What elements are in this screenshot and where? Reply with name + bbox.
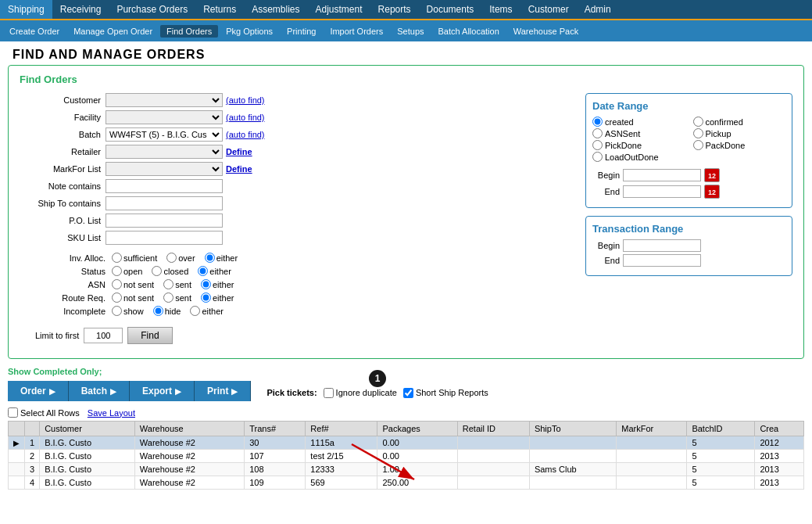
row-packages: 250.00 [377, 476, 457, 490]
end-date-input[interactable] [623, 185, 701, 198]
save-layout-link[interactable]: Save Layout [88, 408, 135, 418]
inv-sufficient[interactable]: sufficient [112, 253, 157, 263]
order-button[interactable]: Order ▶ [8, 381, 69, 401]
batch-button[interactable]: Batch ▶ [69, 381, 130, 401]
nav-shipping[interactable]: Shipping [0, 0, 52, 19]
customer-autofind[interactable]: (auto find) [226, 95, 265, 105]
incomplete-show[interactable]: show [112, 306, 144, 316]
ignore-duplicate-checkbox[interactable] [324, 388, 334, 398]
row-ref: test 2/15 [306, 450, 377, 463]
table-row[interactable]: 4 B.I.G. Custo Warehouse #2 109 569 250.… [9, 476, 804, 490]
end-calendar-icon[interactable]: 12 [704, 185, 720, 199]
action-bar: Order ▶ Batch ▶ Export ▶ Print ▶ [8, 381, 251, 401]
route-either[interactable]: either [201, 293, 234, 303]
col-trans[interactable]: Trans# [245, 422, 306, 436]
route-not-sent[interactable]: not sent [112, 293, 154, 303]
right-panels: Date Range created confirmed ASNSent Pic… [585, 93, 792, 347]
inv-over[interactable]: over [166, 253, 195, 263]
row-customer: B.I.G. Custo [40, 476, 135, 490]
col-retail-id[interactable]: Retail ID [457, 422, 529, 436]
shipto-input[interactable] [106, 196, 223, 210]
customer-select[interactable] [106, 93, 223, 107]
incomplete-hide[interactable]: hide [153, 306, 181, 316]
subnav-pkg-options[interactable]: Pkg Options [220, 25, 279, 38]
col-created[interactable]: Crea [755, 422, 804, 436]
find-button[interactable]: Find [127, 327, 172, 344]
col-markfor[interactable]: MarkFor [617, 422, 687, 436]
table-row[interactable]: ▶ 1 B.I.G. Custo Warehouse #2 30 1115a 0… [9, 436, 804, 450]
date-packdone[interactable]: PackDone [693, 140, 786, 150]
inv-either[interactable]: either [205, 253, 238, 263]
retailer-define[interactable]: Define [226, 147, 252, 156]
col-warehouse[interactable]: Warehouse [134, 422, 244, 436]
nav-admin[interactable]: Admin [577, 0, 619, 19]
row-ref: 569 [306, 476, 377, 490]
short-ship-checkbox[interactable] [403, 388, 413, 398]
note-input[interactable] [106, 179, 223, 193]
date-asnsent[interactable]: ASNSent [592, 128, 685, 138]
markfor-define[interactable]: Define [226, 164, 252, 174]
col-batchid[interactable]: BatchID [687, 422, 755, 436]
subnav-warehouse-pack[interactable]: Warehouse Pack [507, 25, 585, 38]
row-batchid: 5 [687, 436, 755, 450]
select-all-label[interactable]: Select All Rows [8, 407, 80, 418]
ignore-duplicate-option[interactable]: Ignore duplicate [324, 388, 397, 398]
export-button[interactable]: Export ▶ [130, 381, 195, 401]
route-sent[interactable]: sent [163, 293, 191, 303]
begin-calendar-icon[interactable]: 12 [704, 168, 720, 182]
asn-sent[interactable]: sent [163, 279, 191, 289]
retailer-select[interactable] [106, 145, 223, 159]
subnav-setups[interactable]: Setups [391, 25, 430, 38]
short-ship-option[interactable]: Short Ship Reports [403, 388, 488, 398]
col-shipto[interactable]: ShipTo [529, 422, 616, 436]
nav-receiving[interactable]: Receiving [52, 0, 109, 19]
nav-customer[interactable]: Customer [520, 0, 577, 19]
nav-items[interactable]: Items [481, 0, 520, 19]
markfor-select[interactable] [106, 162, 223, 176]
col-customer[interactable]: Customer [40, 422, 135, 436]
col-ref[interactable]: Ref# [306, 422, 377, 436]
subnav-printing[interactable]: Printing [281, 25, 322, 38]
date-pickup[interactable]: Pickup [693, 128, 786, 138]
subnav-find-orders[interactable]: Find Orders [160, 25, 218, 38]
facility-autofind[interactable]: (auto find) [226, 113, 265, 122]
limit-input[interactable]: 100 [84, 328, 123, 343]
date-pickdone[interactable]: PickDone [592, 140, 685, 150]
batch-select[interactable]: WW4FST (5) - B.I.G. Cus [106, 127, 223, 142]
col-packages[interactable]: Packages [377, 422, 457, 436]
facility-select[interactable] [106, 110, 223, 124]
main-menu: Shipping Receiving Purchase Orders Retur… [0, 0, 812, 20]
nav-assemblies[interactable]: Assemblies [244, 0, 307, 19]
select-all-checkbox[interactable] [8, 407, 18, 418]
status-either[interactable]: either [198, 266, 231, 276]
trans-begin-input[interactable] [623, 239, 701, 252]
date-created[interactable]: created [592, 117, 685, 127]
po-input[interactable] [106, 214, 223, 228]
subnav-import-orders[interactable]: Import Orders [324, 25, 389, 38]
status-closed[interactable]: closed [152, 266, 188, 276]
nav-returns[interactable]: Returns [195, 0, 244, 19]
date-loadoutdone[interactable]: LoadOutDone [592, 152, 785, 162]
date-confirmed[interactable]: confirmed [693, 117, 786, 127]
subnav-batch-allocation[interactable]: Batch Allocation [432, 25, 506, 38]
row-shipto [529, 476, 616, 490]
status-open[interactable]: open [112, 266, 142, 276]
subnav-create-order[interactable]: Create Order [3, 25, 66, 38]
table-row[interactable]: 3 B.I.G. Custo Warehouse #2 108 12333 1.… [9, 463, 804, 476]
sku-input[interactable] [106, 231, 223, 245]
nav-adjustment[interactable]: Adjustment [308, 0, 370, 19]
table-row[interactable]: 2 B.I.G. Custo Warehouse #2 107 test 2/1… [9, 450, 804, 463]
nav-purchase-orders[interactable]: Purchase Orders [109, 0, 195, 19]
print-button[interactable]: Print ▶ [195, 381, 251, 401]
batch-autofind[interactable]: (auto find) [226, 130, 265, 139]
begin-date-input[interactable] [623, 169, 701, 181]
customer-label: Customer [20, 95, 106, 105]
nav-documents[interactable]: Documents [419, 0, 482, 19]
asn-either[interactable]: either [201, 279, 234, 289]
subnav-manage-open-order[interactable]: Manage Open Order [67, 25, 159, 38]
transaction-range-box: Transaction Range Begin End [585, 216, 792, 276]
trans-end-input[interactable] [623, 254, 701, 267]
incomplete-either[interactable]: either [190, 306, 224, 316]
asn-not-sent[interactable]: not sent [112, 279, 154, 289]
nav-reports[interactable]: Reports [370, 0, 419, 19]
